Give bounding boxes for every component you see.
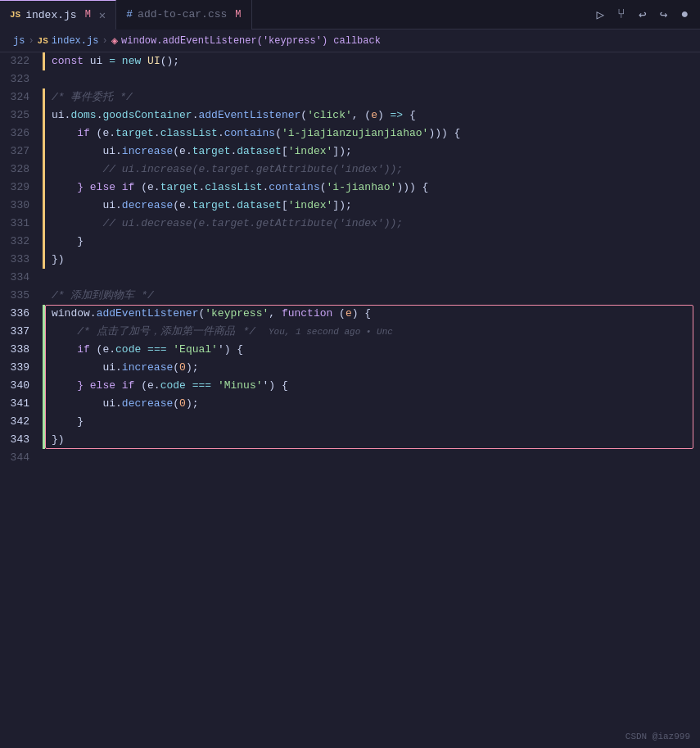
line-content: const ui = new UI(); bbox=[45, 52, 700, 70]
code-editor[interactable]: 322const ui = new UI();323 324/* 事件委托 */… bbox=[0, 52, 700, 748]
js-badge: JS bbox=[10, 10, 20, 20]
breadcrumb-sep-2: › bbox=[102, 35, 107, 47]
line-number: 323 bbox=[0, 70, 43, 88]
line-number: 344 bbox=[0, 449, 43, 467]
breadcrumb-file[interactable]: index.js bbox=[52, 35, 99, 47]
forward-button[interactable]: ↪ bbox=[655, 3, 673, 26]
table-row: 342 } bbox=[0, 413, 700, 431]
tab-css-modified-indicator: M bbox=[235, 9, 241, 20]
line-number: 334 bbox=[0, 269, 43, 287]
more-button[interactable]: ● bbox=[675, 4, 693, 25]
table-row: 341 ui.decrease(0); bbox=[0, 395, 700, 413]
table-row: 335/* 添加到购物车 */ bbox=[0, 287, 700, 305]
line-content: /* 事件委托 */ bbox=[45, 88, 700, 107]
run-button[interactable]: ▷ bbox=[591, 3, 609, 26]
tab-modified-indicator: M bbox=[85, 9, 91, 20]
line-number: 340 bbox=[0, 377, 43, 395]
table-row: 344 bbox=[0, 449, 700, 467]
breadcrumb-callback-icon: ◈ bbox=[111, 34, 118, 48]
line-content: ui.doms.goodsContainer.addEventListener(… bbox=[45, 107, 700, 125]
branch-icon[interactable]: ⑂ bbox=[612, 4, 630, 25]
line-content: } else if (e.target.classList.contains('… bbox=[45, 179, 700, 197]
line-content: if (e.code === 'Equal'') { bbox=[45, 341, 700, 359]
tab-bar: JS index.js M ✕ # add-to-car.css M ▷ ⑂ ↩… bbox=[0, 0, 700, 29]
table-row: 329 } else if (e.target.classList.contai… bbox=[0, 179, 700, 197]
table-row: 327 ui.increase(e.target.dataset['index'… bbox=[0, 143, 700, 161]
line-number: 328 bbox=[0, 161, 43, 179]
tab-close-button[interactable]: ✕ bbox=[99, 8, 106, 22]
line-number: 341 bbox=[0, 395, 43, 413]
line-content: ui.increase(e.target.dataset['index']); bbox=[45, 143, 700, 161]
breadcrumb: js › JS index.js › ◈ window.addEventList… bbox=[0, 29, 700, 52]
toolbar-right: ▷ ⑂ ↩ ↪ ● bbox=[591, 3, 700, 26]
tab-add-to-car-css[interactable]: # add-to-car.css M bbox=[116, 0, 251, 29]
line-number: 332 bbox=[0, 233, 43, 251]
breadcrumb-callback-text: window.addEventListener('keypress') call… bbox=[121, 35, 381, 47]
breadcrumb-sep-1: › bbox=[28, 35, 34, 47]
table-row: 333}) bbox=[0, 251, 700, 269]
line-number: 325 bbox=[0, 107, 43, 125]
line-number: 327 bbox=[0, 143, 43, 161]
line-number: 324 bbox=[0, 88, 43, 107]
line-content: /* 点击了加号，添加第一件商品 */You, 1 second ago • U… bbox=[45, 323, 700, 341]
line-content: ui.decrease(0); bbox=[45, 395, 700, 413]
line-number: 333 bbox=[0, 251, 43, 269]
line-content: } bbox=[45, 233, 700, 251]
tab-index-js[interactable]: JS index.js M ✕ bbox=[0, 0, 116, 29]
lint-hint: You, 1 second ago • Unc bbox=[269, 327, 393, 337]
line-content: /* 添加到购物车 */ bbox=[45, 287, 700, 305]
table-row: 338 if (e.code === 'Equal'') { bbox=[0, 341, 700, 359]
line-number: 322 bbox=[0, 52, 43, 70]
tab-filename: index.js bbox=[25, 9, 76, 21]
line-number: 329 bbox=[0, 179, 43, 197]
table-row: 340 } else if (e.code === 'Minus'') { bbox=[0, 377, 700, 395]
line-content: ui.decrease(e.target.dataset['index']); bbox=[45, 197, 700, 215]
table-row: 331 // ui.decrease(e.target.getAttribute… bbox=[0, 215, 700, 233]
table-row: 326 if (e.target.classList.contains('i-j… bbox=[0, 125, 700, 143]
line-content: // ui.decrease(e.target.getAttribute('in… bbox=[45, 215, 700, 233]
line-number: 330 bbox=[0, 197, 43, 215]
line-content: if (e.target.classList.contains('i-jiaji… bbox=[45, 125, 700, 143]
line-number: 335 bbox=[0, 287, 43, 305]
table-row: 336window.addEventListener('keypress', f… bbox=[0, 305, 700, 323]
table-row: 322const ui = new UI(); bbox=[0, 52, 700, 70]
back-button[interactable]: ↩ bbox=[634, 3, 652, 26]
breadcrumb-js-badge: JS bbox=[38, 36, 48, 46]
line-number: 336 bbox=[0, 305, 43, 323]
table-row: 330 ui.decrease(e.target.dataset['index'… bbox=[0, 197, 700, 215]
table-row: 339 ui.increase(0); bbox=[0, 359, 700, 377]
line-content: } bbox=[45, 413, 700, 431]
line-content bbox=[45, 70, 700, 88]
line-content: // ui.increase(e.target.getAttribute('in… bbox=[45, 161, 700, 179]
line-number: 326 bbox=[0, 125, 43, 143]
line-content: }) bbox=[45, 431, 700, 449]
table-row: 325ui.doms.goodsContainer.addEventListen… bbox=[0, 107, 700, 125]
table-row: 334 bbox=[0, 269, 700, 287]
line-content: }) bbox=[45, 251, 700, 269]
line-content bbox=[45, 269, 700, 287]
css-hash-badge: # bbox=[126, 8, 133, 20]
line-number: 337 bbox=[0, 323, 43, 341]
line-number: 343 bbox=[0, 431, 43, 449]
breadcrumb-root[interactable]: js bbox=[13, 35, 25, 47]
line-content: } else if (e.code === 'Minus'') { bbox=[45, 377, 700, 395]
line-number: 342 bbox=[0, 413, 43, 431]
table-row: 343}) bbox=[0, 431, 700, 449]
table-row: 323 bbox=[0, 70, 700, 88]
line-number: 339 bbox=[0, 359, 43, 377]
line-content bbox=[45, 449, 700, 467]
table-row: 332 } bbox=[0, 233, 700, 251]
table-row: 324/* 事件委托 */ bbox=[0, 88, 700, 107]
watermark: CSDN @iaz999 bbox=[625, 732, 690, 741]
tab-css-filename: add-to-car.css bbox=[138, 8, 227, 20]
line-number: 338 bbox=[0, 341, 43, 359]
table-row: 328 // ui.increase(e.target.getAttribute… bbox=[0, 161, 700, 179]
line-content: window.addEventListener('keypress', func… bbox=[45, 305, 700, 323]
line-number: 331 bbox=[0, 215, 43, 233]
table-row: 337 /* 点击了加号，添加第一件商品 */You, 1 second ago… bbox=[0, 323, 700, 341]
line-content: ui.increase(0); bbox=[45, 359, 700, 377]
